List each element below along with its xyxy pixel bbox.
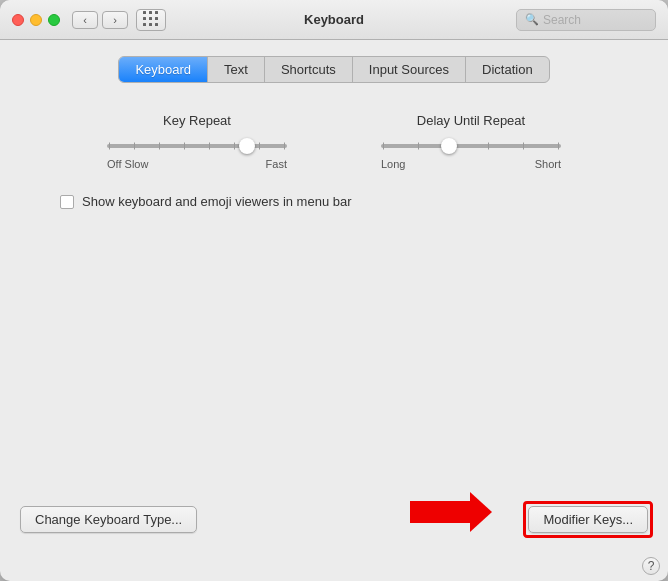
main-area: Key Repeat <box>20 103 648 533</box>
key-repeat-slider-container[interactable] <box>107 136 287 156</box>
key-repeat-right-label: Fast <box>266 158 287 170</box>
change-keyboard-type-button[interactable]: Change Keyboard Type... <box>20 506 197 533</box>
show-keyboard-label: Show keyboard and emoji viewers in menu … <box>82 194 352 209</box>
key-repeat-labels: Off Slow Fast <box>107 158 287 170</box>
back-button[interactable]: ‹ <box>72 11 98 29</box>
grid-button[interactable] <box>136 9 166 31</box>
keyboard-preferences-window: ‹ › Keyboard 🔍 Search Keyboard Text Shor… <box>0 0 668 581</box>
delay-repeat-labels: Long Short <box>381 158 561 170</box>
modifier-keys-button[interactable]: Modifier Keys... <box>528 506 648 533</box>
key-repeat-group: Key Repeat <box>87 113 307 170</box>
delay-repeat-group: Delay Until Repeat <box>361 113 581 170</box>
help-area: ? <box>0 553 668 581</box>
search-box[interactable]: 🔍 Search <box>516 9 656 31</box>
tab-shortcuts[interactable]: Shortcuts <box>265 57 353 82</box>
key-repeat-label: Key Repeat <box>163 113 231 128</box>
titlebar: ‹ › Keyboard 🔍 Search <box>0 0 668 40</box>
key-repeat-thumb[interactable] <box>239 138 255 154</box>
tab-input-sources[interactable]: Input Sources <box>353 57 466 82</box>
tab-bar-container: Keyboard Text Shortcuts Input Sources Di… <box>20 56 648 83</box>
tab-dictation[interactable]: Dictation <box>466 57 549 82</box>
delay-repeat-track <box>381 144 561 148</box>
key-repeat-track <box>107 144 287 148</box>
minimize-button[interactable] <box>30 14 42 26</box>
nav-buttons: ‹ › <box>72 11 128 29</box>
checkbox-row: Show keyboard and emoji viewers in menu … <box>20 194 648 209</box>
delay-repeat-slider-container[interactable] <box>381 136 561 156</box>
sliders-row: Key Repeat <box>20 113 648 170</box>
search-placeholder: Search <box>543 13 581 27</box>
delay-repeat-label: Delay Until Repeat <box>417 113 525 128</box>
help-button[interactable]: ? <box>642 557 660 575</box>
spacer <box>20 209 648 496</box>
tab-bar: Keyboard Text Shortcuts Input Sources Di… <box>118 56 549 83</box>
grid-icon <box>143 11 160 28</box>
delay-repeat-right-label: Short <box>535 158 561 170</box>
show-keyboard-checkbox[interactable] <box>60 195 74 209</box>
content-area: Keyboard Text Shortcuts Input Sources Di… <box>0 40 668 553</box>
delay-repeat-thumb[interactable] <box>441 138 457 154</box>
forward-button[interactable]: › <box>102 11 128 29</box>
close-button[interactable] <box>12 14 24 26</box>
traffic-lights <box>12 14 60 26</box>
maximize-button[interactable] <box>48 14 60 26</box>
modifier-keys-wrapper: Modifier Keys... <box>528 506 648 533</box>
tab-text[interactable]: Text <box>208 57 265 82</box>
delay-repeat-left-label: Long <box>381 158 405 170</box>
search-icon: 🔍 <box>525 13 539 26</box>
window-title: Keyboard <box>304 12 364 27</box>
tab-keyboard[interactable]: Keyboard <box>119 57 208 82</box>
key-repeat-left-label: Off Slow <box>107 158 148 170</box>
